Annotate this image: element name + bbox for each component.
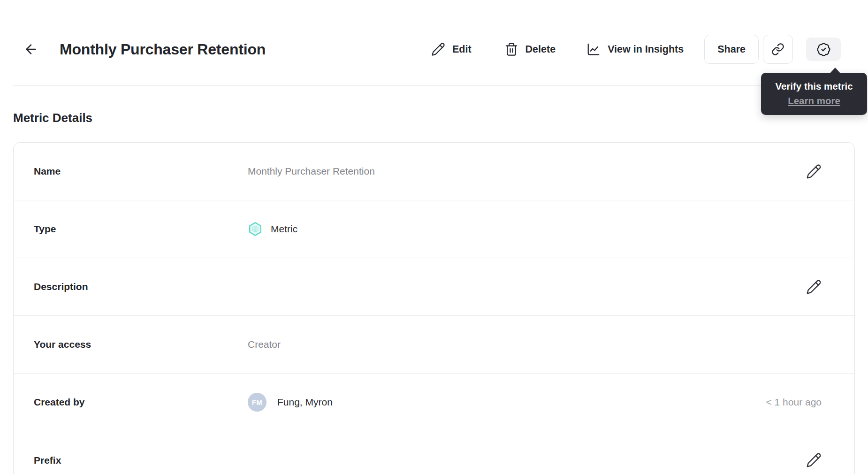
pencil-icon [806,279,822,295]
header: Monthly Purchaser Retention Edit Delete … [13,0,855,86]
edit-prefix-button[interactable] [806,452,822,468]
row-description: Description [14,258,854,316]
name-value: Monthly Purchaser Retention [248,166,806,177]
row-type: Type Metric [14,200,854,258]
edit-button-label: Edit [452,44,472,55]
metric-details-card: Name Monthly Purchaser Retention Type [13,142,855,474]
metric-details-heading: Metric Details [13,110,855,126]
type-value-label: Metric [271,223,297,235]
access-value: Creator [248,339,822,350]
edit-button[interactable]: Edit [431,42,472,56]
created-timestamp: < 1 hour ago [766,397,822,408]
page-title: Monthly Purchaser Retention [60,41,266,58]
link-icon [771,43,784,56]
view-in-insights-label: View in Insights [608,44,684,55]
row-created-by: Created by FM Fung, Myron < 1 hour ago [14,374,854,431]
verify-metric-button[interactable] [806,38,841,61]
badge-check-icon [816,42,831,57]
share-button[interactable]: Share [704,35,759,64]
pencil-icon [806,452,822,468]
row-label: Name [34,166,248,177]
view-in-insights-button[interactable]: View in Insights [586,42,684,56]
creator-value: FM Fung, Myron [248,393,766,412]
share-button-group: Share [704,35,793,64]
row-name: Name Monthly Purchaser Retention [14,143,854,200]
verify-tooltip: Verify this metric Learn more [761,73,867,115]
copy-link-button[interactable] [763,35,793,64]
creator-avatar: FM [248,393,266,412]
creator-name: Fung, Myron [277,397,333,408]
row-label: Your access [34,339,248,350]
back-button[interactable] [23,42,38,57]
row-label: Prefix [34,455,248,466]
row-prefix: Prefix [14,431,854,474]
edit-name-button[interactable] [806,164,822,179]
edit-description-button[interactable] [806,279,822,295]
delete-button[interactable]: Delete [504,42,556,56]
learn-more-link[interactable]: Learn more [788,95,840,107]
row-label: Type [34,223,248,235]
pencil-icon [431,42,445,56]
row-label: Created by [34,397,248,408]
delete-button-label: Delete [525,44,556,55]
type-value: Metric [248,222,822,237]
verify-tooltip-title: Verify this metric [766,80,862,92]
share-button-label: Share [717,44,746,55]
metric-hexagon-icon [248,222,263,237]
arrow-left-icon [23,42,38,57]
header-actions: Edit Delete View in Insights Share [431,35,841,64]
metric-details-page: Monthly Purchaser Retention Edit Delete … [0,0,868,474]
pencil-icon [806,164,822,179]
line-chart-icon [586,42,601,56]
trash-icon [504,42,518,56]
row-your-access: Your access Creator [14,316,854,374]
row-label: Description [34,281,248,292]
